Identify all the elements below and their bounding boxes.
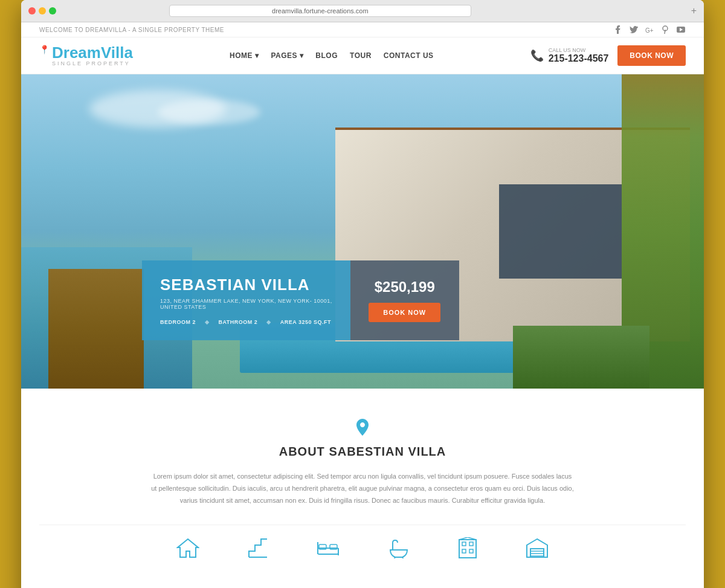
book-now-button[interactable]: BOOK NOW	[617, 45, 686, 66]
browser-actions: +	[691, 5, 697, 16]
property-overlay: SEBASTIAN VILLA 123, NEAR SHAMMER LAKE, …	[142, 260, 459, 340]
feature-bath-icon	[388, 537, 410, 559]
nav-home[interactable]: HOME ▾	[230, 51, 259, 60]
youtube-icon[interactable]	[676, 25, 686, 34]
main-navigation: 📍 DreamVilla SINGLE PROPERTY HOME ▾ PAGE…	[21, 37, 704, 74]
svg-rect-17	[462, 549, 466, 553]
google-plus-icon[interactable]: G+	[645, 25, 654, 34]
house-window	[499, 184, 622, 279]
bedroom-feature: BEDROOM 2	[160, 319, 196, 325]
svg-rect-18	[469, 549, 473, 553]
pinterest-icon[interactable]	[660, 25, 670, 34]
call-label: CALL US NOW	[549, 47, 609, 53]
top-bar: WELCOME TO DREAMVILLA - A SINGLE PROPERT…	[21, 22, 704, 37]
minimize-button[interactable]	[39, 7, 46, 15]
maximize-button[interactable]	[49, 7, 56, 15]
logo-subtitle: SINGLE PROPERTY	[52, 60, 133, 66]
nav-links: HOME ▾ PAGES ▾ BLOG TOUR CONTACT US	[230, 51, 434, 60]
svg-line-2	[665, 30, 665, 34]
cloud-decoration-2	[158, 100, 260, 125]
feature-stairs-icon	[248, 537, 268, 559]
hero-section: SEBASTIAN VILLA 123, NEAR SHAMMER LAKE, …	[21, 74, 704, 389]
twitter-icon[interactable]	[629, 25, 639, 34]
browser-chrome: dreamvilla.fortune-creations.com +	[21, 0, 704, 22]
about-title: ABOUT SABESTIAN VILLA	[39, 445, 686, 459]
svg-text:G+: G+	[645, 27, 654, 33]
svg-rect-14	[459, 540, 476, 558]
feature-garage-icon	[526, 537, 549, 559]
hero-book-now-button[interactable]: BOOK NOW	[369, 303, 440, 322]
traffic-lights	[28, 7, 56, 15]
property-price-box: $250,199 BOOK NOW	[350, 260, 459, 340]
dock-area	[48, 269, 144, 389]
facebook-icon[interactable]	[613, 25, 623, 34]
bathroom-feature: BATHROOM 2	[219, 319, 258, 325]
svg-rect-15	[462, 542, 466, 546]
feature-building-icon	[458, 537, 477, 559]
about-body: Lorem ipsum dolor sit amet, consectetur …	[151, 471, 574, 506]
about-section: ABOUT SABESTIAN VILLA Lorem ipsum dolor …	[21, 389, 704, 588]
logo-text: DreamVilla	[52, 45, 133, 60]
features-icon-row	[39, 525, 686, 577]
nav-contact[interactable]: CONTACT US	[384, 51, 434, 60]
logo-pin-icon: 📍	[39, 45, 50, 54]
browser-window: dreamvilla.fortune-creations.com + WELCO…	[21, 0, 704, 588]
nav-pages[interactable]: PAGES ▾	[271, 51, 303, 60]
new-tab-button[interactable]: +	[691, 5, 697, 16]
social-links: G+	[613, 25, 686, 34]
close-button[interactable]	[28, 7, 36, 15]
property-price: $250,199	[375, 279, 435, 296]
property-address: 123, NEAR SHAMMER LAKE, NEW YORK, NEW YO…	[160, 298, 332, 310]
svg-rect-16	[469, 542, 473, 546]
feature-bed-icon	[317, 537, 340, 559]
address-bar[interactable]: dreamvilla.fortune-creations.com	[169, 5, 471, 17]
call-area: 📞 CALL US NOW 215-123-4567	[530, 47, 609, 64]
nav-tour[interactable]: TOUR	[350, 51, 372, 60]
logo[interactable]: 📍 DreamVilla SINGLE PROPERTY	[39, 45, 133, 66]
call-number: 215-123-4567	[549, 53, 609, 63]
nav-blog[interactable]: BLOG	[315, 51, 338, 60]
feature-house-icon	[176, 537, 199, 559]
property-info-box: SEBASTIAN VILLA 123, NEAR SHAMMER LAKE, …	[142, 260, 350, 340]
property-name: SEBASTIAN VILLA	[160, 276, 332, 294]
vegetation	[513, 326, 649, 389]
welcome-text: WELCOME TO DREAMVILLA - A SINGLE PROPERT…	[39, 27, 224, 33]
area-feature: AREA 3250 SQ.FT	[280, 319, 331, 325]
phone-icon: 📞	[530, 49, 544, 62]
about-pin-icon	[39, 419, 686, 439]
property-features: BEDROOM 2 ◆ BATHROOM 2 ◆ AREA 3250 SQ.FT	[160, 319, 332, 325]
nav-right: 📞 CALL US NOW 215-123-4567 BOOK NOW	[530, 45, 686, 66]
